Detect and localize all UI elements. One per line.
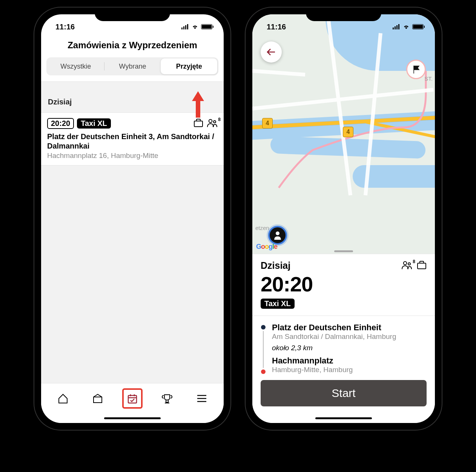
home-indicator: [41, 413, 224, 423]
page-title: Zamówienia z Wyprzedzeniem: [41, 35, 224, 57]
status-icons: [393, 24, 424, 29]
nav-home[interactable]: [53, 388, 73, 409]
flag-icon: [411, 64, 421, 74]
road-shield: 4: [262, 118, 273, 129]
svg-rect-23: [420, 261, 424, 263]
order-time-badge: 20:20: [47, 118, 74, 129]
tab-selected[interactable]: Wybrane: [104, 58, 161, 74]
svg-rect-3: [187, 24, 188, 29]
passenger-count: 8: [413, 259, 415, 264]
battery-icon: [412, 24, 424, 29]
person-icon: [272, 230, 283, 241]
orders-list[interactable]: Dzisiaj 20:20 Taxi XL 8 Platz der Deutsc…: [41, 81, 224, 383]
map-place-label: etzen: [255, 225, 269, 231]
wifi-icon: [402, 24, 410, 29]
origin-sub: Am Sandtorkai / Dalmannkai, Hamburg: [272, 333, 427, 341]
origin-stop: Platz der Deutschen Einheit Am Sandtorka…: [272, 323, 427, 341]
back-button[interactable]: [261, 41, 282, 63]
svg-rect-17: [396, 25, 398, 29]
phone-left: 11:16 Zamówienia z Wyprzedzeniem Wszystk…: [34, 8, 230, 430]
svg-rect-22: [418, 263, 426, 269]
nav-wallet[interactable]: [88, 388, 108, 409]
svg-point-6: [209, 119, 212, 122]
filter-segmented-control: Wszystkie Wybrane Przyjęte: [46, 57, 218, 75]
wallet-icon: [92, 393, 103, 404]
destination-name: Hachmannplatz: [272, 356, 427, 366]
annotation-arrow-icon: [191, 91, 205, 118]
tab-all[interactable]: Wszystkie: [48, 58, 104, 74]
sheet-day-label: Dzisiaj: [261, 260, 290, 271]
google-logo: Google: [256, 243, 277, 251]
road-shield: 4: [343, 127, 353, 137]
order-type-badge: Taxi XL: [77, 118, 111, 129]
nav-calendar[interactable]: [122, 388, 143, 409]
start-button[interactable]: Start: [261, 380, 427, 406]
destination-stop: Hachmannplatz Hamburg-Mitte, Hamburg: [272, 356, 427, 374]
svg-point-20: [404, 261, 407, 264]
calendar-check-icon: [127, 393, 138, 404]
distance-approx: około 2,3 km: [272, 344, 427, 352]
signal-icon: [181, 24, 189, 29]
signal-icon: [393, 24, 400, 29]
status-bar: 11:16: [41, 14, 224, 35]
nav-menu[interactable]: [192, 388, 212, 409]
status-time: 11:16: [267, 23, 286, 31]
status-time: 11:16: [55, 23, 75, 31]
destination-marker[interactable]: [406, 60, 426, 79]
phone-right: 11:16 4 4 etzen ST.: [246, 8, 442, 430]
map-view[interactable]: 11:16 4 4 etzen ST.: [252, 14, 435, 254]
menu-icon: [197, 394, 207, 403]
origin-name: Platz der Deutschen Einheit: [272, 323, 427, 333]
origin-marker[interactable]: [268, 226, 287, 245]
destination-sub: Hamburg-Mitte, Hamburg: [272, 366, 427, 374]
status-icons: [181, 24, 212, 29]
luggage-icon: [193, 118, 203, 127]
svg-rect-16: [395, 26, 396, 29]
passengers-icon: 8: [402, 261, 412, 271]
passengers-icon: 8: [207, 118, 218, 129]
wifi-icon: [191, 24, 199, 29]
bottom-nav: [41, 383, 224, 413]
svg-point-7: [213, 121, 216, 123]
trophy-icon: [161, 393, 173, 404]
order-card[interactable]: 20:20 Taxi XL 8 Platz der Deutschen Einh…: [41, 112, 224, 166]
origin-dot-icon: [261, 325, 266, 329]
svg-rect-5: [197, 119, 200, 121]
svg-rect-2: [185, 25, 186, 29]
order-pickup: Platz der Deutschen Einheit 3, Am Sandto…: [47, 132, 218, 151]
route-stops: Platz der Deutschen Einheit Am Sandtorka…: [261, 323, 427, 374]
order-dropoff: Hachmannplatz 16, Hamburg-Mitte: [47, 152, 218, 160]
destination-dot-icon: [261, 369, 266, 374]
tab-accepted[interactable]: Przyjęte: [161, 58, 217, 74]
drag-handle[interactable]: [334, 250, 353, 252]
svg-rect-1: [183, 26, 184, 29]
map-place-label: ST.: [424, 75, 433, 82]
svg-point-19: [276, 231, 279, 235]
ride-details-sheet[interactable]: Dzisiaj 8 20:20 Taxi XL: [252, 254, 435, 413]
svg-rect-8: [128, 395, 137, 403]
home-indicator: [252, 413, 435, 423]
ride-time: 20:20: [261, 272, 427, 296]
svg-rect-4: [194, 121, 203, 127]
svg-rect-15: [393, 28, 394, 29]
battery-icon: [201, 24, 212, 29]
svg-point-21: [408, 263, 410, 265]
arrow-left-icon: [267, 48, 276, 56]
home-icon: [57, 393, 69, 404]
nav-trophy[interactable]: [157, 388, 177, 409]
ride-type-badge: Taxi XL: [261, 299, 295, 309]
luggage-icon: [417, 261, 427, 270]
screen-right: 11:16 4 4 etzen ST.: [252, 14, 435, 423]
svg-rect-0: [181, 28, 183, 29]
status-bar: 11:16: [252, 14, 435, 35]
svg-rect-18: [398, 24, 399, 29]
screen-left: 11:16 Zamówienia z Wyprzedzeniem Wszystk…: [41, 14, 224, 423]
passenger-count: 8: [218, 117, 221, 122]
